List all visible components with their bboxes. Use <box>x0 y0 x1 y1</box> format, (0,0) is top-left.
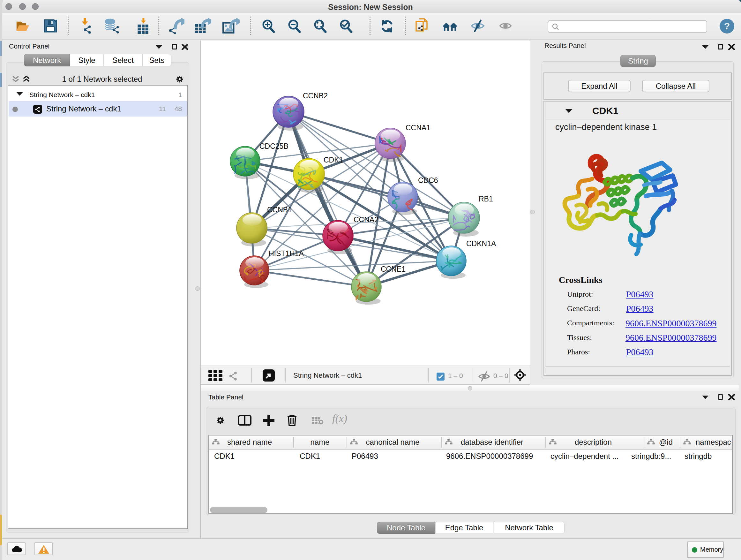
svg-text:CDK1: CDK1 <box>324 156 343 164</box>
svg-text:CDC6: CDC6 <box>418 176 438 185</box>
svg-text:CCNA1: CCNA1 <box>406 124 430 132</box>
svg-text:HIST1H1A: HIST1H1A <box>269 249 304 258</box>
svg-text:CCNB2: CCNB2 <box>303 91 328 100</box>
svg-text:CCNE1: CCNE1 <box>381 265 406 273</box>
svg-text:CDKN1A: CDKN1A <box>466 240 496 248</box>
svg-text:RB1: RB1 <box>479 195 493 203</box>
svg-text:CCNB1: CCNB1 <box>267 206 292 214</box>
svg-text:CCNA2: CCNA2 <box>354 215 379 224</box>
svg-text:CDC25B: CDC25B <box>259 142 288 150</box>
